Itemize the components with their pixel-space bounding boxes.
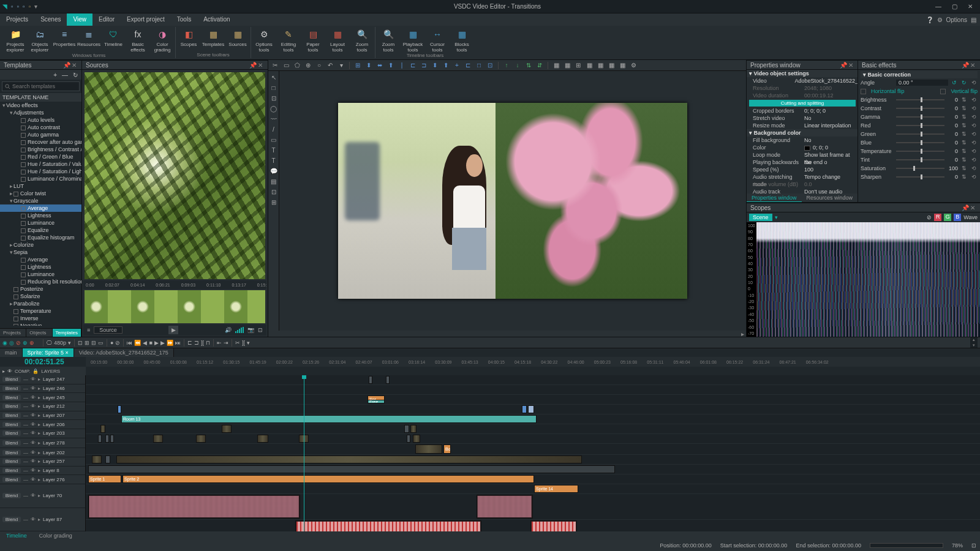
effect-slider-tint[interactable]: Tint0⇅⟲ xyxy=(861,156,978,164)
side-tool-icon[interactable]: ⊡ xyxy=(269,93,279,103)
track-lane[interactable] xyxy=(86,385,980,395)
vflip-checkbox[interactable] xyxy=(940,89,946,94)
tree-node[interactable]: Auto levels xyxy=(0,116,81,124)
lock-icon[interactable]: ▸ xyxy=(38,477,40,482)
track-lane[interactable]: Spri xyxy=(86,465,980,474)
track-lane[interactable] xyxy=(86,375,980,385)
maximize-button[interactable]: ▢ xyxy=(947,1,962,12)
timeline-bottom-tab[interactable]: Color grading xyxy=(33,531,78,540)
tl-btn[interactable]: ⊏ xyxy=(187,340,192,346)
ribbon-cursor[interactable]: ↔Cursortools xyxy=(427,27,448,53)
visibility-icon[interactable]: 👁 xyxy=(31,459,36,464)
ribbon-basic[interactable]: fxBasiceffects xyxy=(127,27,148,53)
ribbon-color[interactable]: ◑Colorgrading xyxy=(152,27,173,53)
clip[interactable] xyxy=(88,465,615,473)
close-icon[interactable]: ✕ xyxy=(847,62,854,69)
screenshot-icon[interactable]: ⊡ xyxy=(258,327,263,333)
eye-icon[interactable]: 👁 xyxy=(7,369,12,374)
timeline-tab[interactable]: main xyxy=(0,348,23,357)
ribbon-editing[interactable]: ✎Editingtools xyxy=(278,27,299,53)
tree-node[interactable]: Brightness / Contrast / Gamm xyxy=(0,146,81,153)
tree-node[interactable]: Reducing bit resolution xyxy=(0,278,81,285)
menu-export-project[interactable]: Export project xyxy=(121,13,171,26)
effect-slider-brightness[interactable]: Brightness0⇅⟲ xyxy=(861,96,978,104)
preview-tool-icon[interactable]: ⚙ xyxy=(629,61,638,70)
tl-splice-icon[interactable]: ][ xyxy=(242,340,245,346)
minimize-button[interactable]: — xyxy=(931,1,946,12)
options-link[interactable]: Options xyxy=(946,17,967,23)
tl-btn[interactable]: ⇤ xyxy=(217,340,222,346)
tl-btn[interactable]: ⊘ xyxy=(115,340,120,346)
prop-row[interactable]: Audio trackDon't use audio xyxy=(747,188,858,193)
side-tool-icon[interactable]: ⊡ xyxy=(269,187,279,197)
prop-row[interactable]: Cropped borders0; 0; 0; 0 xyxy=(747,107,858,114)
ribbon-sources[interactable]: ▦Sources xyxy=(227,27,248,47)
close-button[interactable]: ✕ xyxy=(963,1,978,12)
track-header[interactable]: Blend—👁▸Layer 8 xyxy=(0,467,85,476)
ribbon-scopes[interactable]: ◧Scopes xyxy=(178,27,199,47)
blend-mode[interactable]: Blend xyxy=(2,386,21,391)
effect-slider-blue[interactable]: Blue0⇅⟲ xyxy=(861,138,978,147)
tree-node[interactable]: Equalize histogram xyxy=(0,234,81,241)
pin-icon[interactable]: 📌 xyxy=(962,204,969,211)
preview-tool-icon[interactable]: ⊏ xyxy=(409,61,417,70)
visibility-icon[interactable]: 👁 xyxy=(31,493,36,498)
clip[interactable] xyxy=(257,435,268,443)
track-header[interactable]: Blend—👁▸Layer 245 xyxy=(0,393,85,402)
ribbon-zoom[interactable]: 🔍Zoomtools xyxy=(378,27,399,53)
templates-search[interactable]: Search templates xyxy=(2,81,80,91)
blend-mode[interactable]: Blend xyxy=(2,459,21,464)
tree-node[interactable]: Auto contrast xyxy=(0,124,81,131)
track-header[interactable]: Blend—👁▸Layer 70 xyxy=(0,484,85,508)
track-icon[interactable]: — xyxy=(23,403,28,409)
prop-section[interactable]: ▾ Background color xyxy=(747,129,858,137)
tl-last-button[interactable]: ⏭ xyxy=(175,340,181,346)
preview-tool-icon[interactable]: ⊕ xyxy=(304,61,312,70)
clip[interactable]: Bo xyxy=(443,444,451,454)
tree-node[interactable]: ▾Adjustments xyxy=(0,109,81,116)
prop-row[interactable]: Playing backwardsNo xyxy=(747,159,858,166)
track-lane[interactable]: Sprite 14 xyxy=(86,484,980,494)
lock-icon[interactable]: ▸ xyxy=(38,493,40,498)
track-icon[interactable]: — xyxy=(23,386,28,391)
lock-icon[interactable]: ▸ xyxy=(38,430,40,436)
preview-tool-icon[interactable]: ⬍ xyxy=(364,61,373,70)
menu-projects[interactable]: Projects xyxy=(0,13,34,26)
pin-icon[interactable]: 📌 xyxy=(249,62,257,69)
clip[interactable]: Sprite 2 xyxy=(123,475,534,483)
tl-mark-icon[interactable]: ⊕ xyxy=(23,340,28,346)
blend-mode[interactable]: Blend xyxy=(2,430,21,436)
tl-stepback-button[interactable]: ◀ xyxy=(143,340,147,346)
blend-mode[interactable]: Blend xyxy=(2,403,21,409)
visibility-icon[interactable]: 👁 xyxy=(31,517,36,522)
clip[interactable] xyxy=(92,455,102,463)
qa-more[interactable]: ▾ xyxy=(34,3,37,10)
tree-node[interactable]: Solarize xyxy=(0,293,81,300)
source-dropdown[interactable]: Source xyxy=(94,326,123,334)
ribbon-paper[interactable]: ▤Papertools xyxy=(303,27,323,53)
lock-icon[interactable]: ▸ xyxy=(38,386,40,391)
delete-icon[interactable]: — xyxy=(62,72,68,78)
track-lane[interactable] xyxy=(86,494,980,520)
tree-node[interactable]: Inverse xyxy=(0,315,81,322)
clip[interactable]: Room 13 xyxy=(121,415,537,423)
track-icon[interactable]: — xyxy=(23,477,28,482)
tl-btn[interactable]: ● xyxy=(110,340,113,346)
tree-node[interactable]: Negative xyxy=(0,322,81,326)
prop-row[interactable]: VideoAdobeStock_278416522_ xyxy=(747,77,858,84)
blend-mode[interactable]: Blend xyxy=(2,477,21,482)
visibility-icon[interactable]: 👁 xyxy=(31,413,36,418)
ribbon-zoom[interactable]: 🔍Zoomtools xyxy=(352,27,372,53)
qa-icon[interactable]: ▫ xyxy=(11,3,13,10)
tl-btn[interactable]: ⇥ xyxy=(224,340,228,346)
menu-tools[interactable]: Tools xyxy=(171,13,197,26)
templates-tab[interactable]: Templates xyxy=(53,329,81,337)
clip[interactable] xyxy=(118,405,121,413)
lock-icon[interactable]: ▸ xyxy=(38,440,40,446)
track-icon[interactable]: — xyxy=(23,450,28,455)
preview-tool-icon[interactable]: ▦ xyxy=(607,61,616,70)
qa-icon[interactable]: ▫ xyxy=(17,3,20,10)
templates-tree[interactable]: ▾Video effects▾AdjustmentsAuto levelsAut… xyxy=(0,102,81,326)
ribbon-options[interactable]: ⚙Optionstools xyxy=(254,27,274,53)
clip[interactable] xyxy=(415,444,442,454)
